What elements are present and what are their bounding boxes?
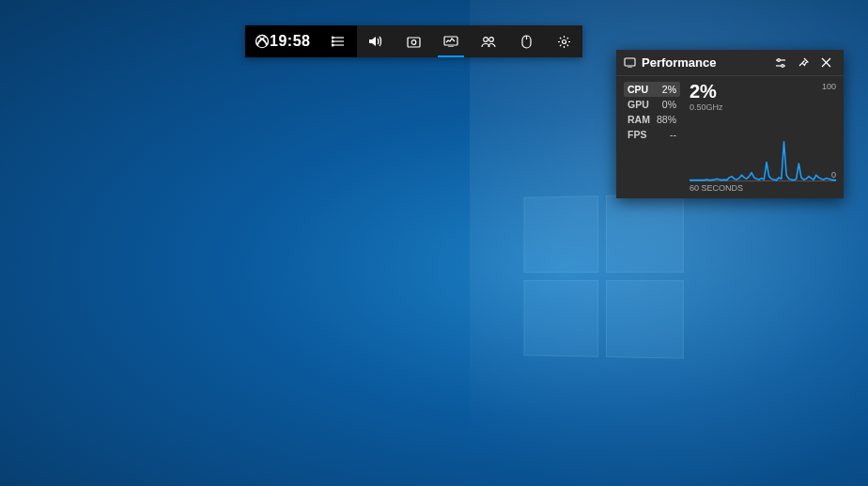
- close-button[interactable]: [815, 53, 836, 73]
- stat-cpu[interactable]: CPU 2%: [624, 82, 680, 97]
- svg-point-5: [332, 40, 333, 42]
- svg-point-11: [484, 37, 488, 41]
- stat-label: GPU: [628, 99, 649, 110]
- widgets-menu-button[interactable]: [319, 25, 357, 57]
- cpu-frequency: 0.50GHz: [690, 102, 836, 112]
- performance-header: Performance: [616, 50, 844, 76]
- pin-button[interactable]: [793, 53, 814, 73]
- options-button[interactable]: [770, 53, 791, 73]
- stat-value: 2%: [662, 84, 676, 95]
- xbox-icon[interactable]: [255, 34, 270, 49]
- performance-button[interactable]: [432, 25, 470, 57]
- capture-button[interactable]: [395, 25, 432, 57]
- current-value: 2%: [690, 82, 836, 101]
- stat-value: --: [670, 129, 676, 140]
- stat-label: CPU: [628, 84, 648, 95]
- mouse-button[interactable]: [507, 25, 545, 57]
- stat-label: RAM: [628, 114, 650, 125]
- stat-fps[interactable]: FPS --: [624, 127, 680, 142]
- game-bar-left: 19:58: [245, 25, 319, 57]
- y-min-label: 0: [831, 170, 836, 180]
- svg-point-20: [778, 58, 781, 61]
- performance-panel: Performance CPU 2% GPU 0% RAM 88%: [616, 50, 844, 198]
- stats-list: CPU 2% GPU 0% RAM 88% FPS --: [624, 82, 680, 193]
- settings-button[interactable]: [545, 25, 582, 57]
- y-max-label: 100: [822, 82, 836, 91]
- stat-gpu[interactable]: GPU 0%: [624, 97, 680, 112]
- svg-rect-16: [625, 58, 635, 66]
- svg-point-8: [411, 39, 416, 44]
- graph-area: 100 2% 0.50GHz 0 60 SECONDS: [680, 82, 836, 193]
- xbox-social-button[interactable]: [470, 25, 507, 57]
- windows-logo: [524, 194, 687, 362]
- svg-point-6: [332, 44, 333, 46]
- panel-title: Performance: [642, 55, 768, 70]
- usage-chart: [690, 118, 836, 181]
- stat-ram[interactable]: RAM 88%: [624, 112, 680, 127]
- stat-value: 0%: [662, 99, 676, 110]
- svg-point-12: [489, 37, 494, 41]
- performance-icon: [624, 57, 636, 68]
- performance-body: CPU 2% GPU 0% RAM 88% FPS -- 100 2% 0.50…: [616, 76, 844, 198]
- audio-button[interactable]: [357, 25, 395, 57]
- svg-point-15: [562, 39, 566, 43]
- game-bar-right: [319, 25, 582, 57]
- svg-point-21: [782, 64, 784, 67]
- stat-value: 88%: [657, 114, 676, 125]
- svg-point-4: [332, 37, 333, 39]
- x-axis-label: 60 SECONDS: [690, 183, 836, 193]
- svg-rect-7: [408, 38, 420, 47]
- game-bar: 19:58: [245, 25, 582, 57]
- clock: 19:58: [270, 33, 310, 50]
- stat-label: FPS: [628, 129, 646, 140]
